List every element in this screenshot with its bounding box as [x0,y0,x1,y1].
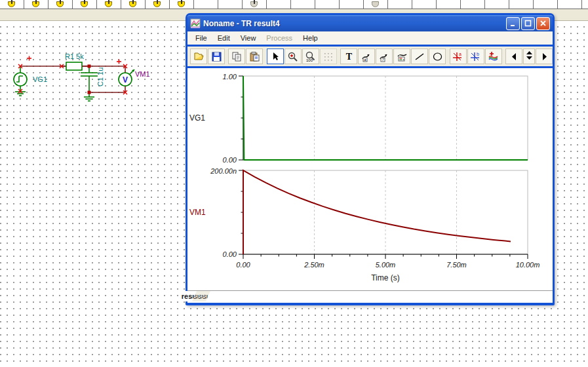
maximize-button[interactable] [521,17,535,30]
query-curve-button[interactable]: ? [376,48,393,64]
paste-button[interactable] [246,48,263,64]
component-toolbar-cell[interactable] [121,0,146,9]
capacitor-c1[interactable] [81,66,98,101]
svg-text:b: b [477,52,479,56]
component-toolbar-cell[interactable] [243,0,267,9]
close-button[interactable] [536,17,550,30]
component-toolbar-cell[interactable] [412,0,437,9]
folder-open-icon [193,51,205,62]
menu-file[interactable]: File [190,33,212,43]
diagram-window-icon [190,18,201,29]
clipped-component-icon [35,0,37,4]
component-toolbar-cell[interactable] [388,0,412,9]
clipped-component-icon [108,0,109,4]
component-toolbar-cell[interactable] [534,0,558,9]
x-tick-label: 10.00m [516,261,540,269]
component-toolbar-cell[interactable] [437,0,461,9]
clipped-component-icon [60,0,61,4]
x-tick-label: 7.50m [446,261,467,269]
paste-icon [249,51,260,62]
component-toolbar-cell[interactable] [485,0,509,9]
cursor-a-button[interactable]: a [450,48,467,64]
add-curves-button[interactable] [485,48,502,64]
ellipse-tool-icon [432,51,443,62]
page-left-button[interactable] [505,48,522,64]
plot-vg1: 1.000.00VG1 [189,73,528,164]
series-label-vm1: VM1 [189,208,206,217]
curve-legend-icon [397,51,408,62]
plot-vm1: 200.00n0.00VM10.002.50m5.00m7.50m10.00mT… [189,167,539,282]
label-vg1: VG1 [33,75,47,83]
component-toolbar-cell[interactable] [558,0,582,9]
voltage-generator-vg1[interactable] [14,56,31,96]
component-toolbar-cell[interactable] [218,0,243,9]
resistor-r1[interactable] [62,62,89,70]
circuit-schematic: V VG1 R1 5k C1 1u VM1 [5,46,163,125]
cursor-b-icon: b [470,51,481,62]
line-tool-button[interactable] [411,48,428,64]
component-toolbar-cell[interactable] [49,0,73,9]
copy-button[interactable] [228,48,245,64]
menu-edit[interactable]: Edit [212,33,235,43]
tr-result-window: Noname - TR result4 FileEditViewProcessH… [186,13,555,305]
component-toolbar [0,0,588,9]
grid-toggle-button [320,48,337,64]
component-toolbar-cell[interactable] [73,0,97,9]
floppy-save-icon [211,51,222,62]
component-toolbar-cell[interactable] [461,0,485,9]
window-toolbar: 100Ta?ab [187,47,553,66]
clipped-component-icon [11,0,12,4]
component-toolbar-cell[interactable] [170,0,194,9]
component-toolbar-cell[interactable] [315,0,340,9]
zoom-100-icon: 100 [305,51,316,62]
save-button[interactable] [208,48,225,64]
text-tool-button[interactable]: T [340,48,357,64]
x-tick-label: 2.50m [304,261,324,269]
minimize-button[interactable] [506,17,520,30]
y-tick-label-min: 0.00 [223,156,237,164]
diagram-client-area: 1.000.00VG1200.00n0.00VM10.002.50m5.00m7… [187,68,553,303]
component-toolbar-cell[interactable] [509,0,534,9]
component-toolbar-cell[interactable] [291,0,315,9]
window-titlebar[interactable]: Noname - TR result4 [187,15,553,31]
page-spinner[interactable] [523,48,535,64]
component-toolbar-cell[interactable] [24,0,49,9]
menu-view[interactable]: View [235,33,262,43]
auto-label-curve-button[interactable]: a [358,48,375,64]
clipped-component-icon [181,0,182,4]
window-title: Noname - TR result4 [203,19,506,28]
cursor-b-button[interactable]: b [467,48,484,64]
component-toolbar-cell[interactable] [97,0,121,9]
ellipse-tool-button[interactable] [429,48,446,64]
x-axis-title: Time (s) [371,273,400,282]
screen: itchesMetersSourcesSemiconductorsSpice M… [0,0,588,367]
text-icon: T [343,51,355,62]
curve-label-a-icon: a [361,51,372,62]
menu-help[interactable]: Help [298,33,323,43]
page-right-button[interactable] [536,48,553,64]
legend-tool-button[interactable] [393,48,410,64]
zoom-in-button[interactable] [284,48,302,64]
zoom-100-button[interactable]: 100 [302,48,319,64]
component-toolbar-cell[interactable] [0,0,24,9]
voltmeter-vm1[interactable]: V [117,60,134,87]
tr-result-charts: 1.000.00VG1200.00n0.00VM10.002.50m5.00m7… [187,68,551,289]
clipped-component-icon [84,0,85,4]
component-toolbar-cell[interactable] [340,0,364,9]
copy-icon [231,51,243,62]
open-button[interactable] [190,48,207,64]
component-toolbar-cell[interactable] [146,0,170,9]
result-sheet-tabs: TR result1TR result2TR result3TR result4 [187,290,553,303]
component-toolbar-cell[interactable] [194,0,218,9]
x-tick-label: 5.00m [376,261,396,269]
cursor-a-icon: a [452,51,463,62]
svg-text:T: T [346,52,353,62]
component-toolbar-cell[interactable] [267,0,291,9]
select-cursor-button[interactable] [267,48,284,64]
label-c1: C1 1u [96,68,104,87]
label-r1: R1 5k [65,52,84,60]
zoom-in-icon [287,51,298,62]
svg-text:100: 100 [306,58,313,62]
component-toolbar-cell[interactable] [364,0,388,9]
arrow-cursor-icon [269,51,281,62]
